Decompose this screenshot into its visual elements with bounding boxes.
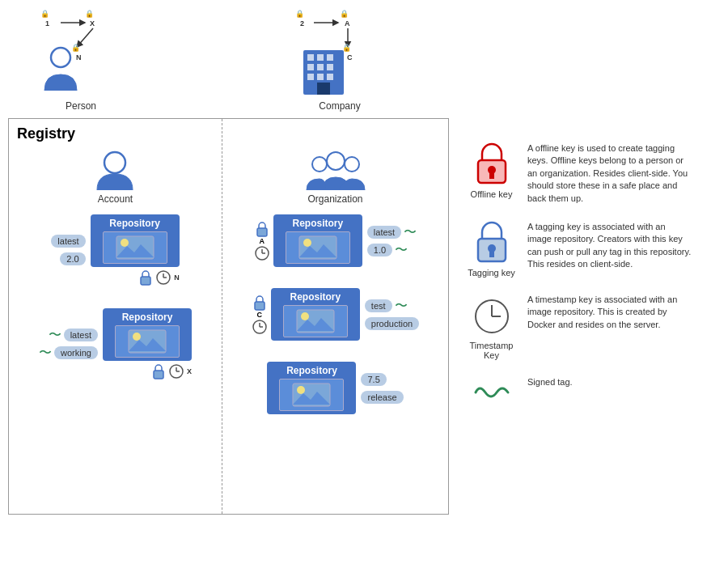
org-tag-production: production [365,317,419,330]
repo-card-container-2: Repository [103,308,192,379]
svg-point-59 [301,312,309,320]
tag-2-0: 2.0 [60,252,85,265]
svg-rect-27 [317,83,330,95]
svg-point-31 [121,239,129,247]
company-group: 🔒 2 🔒 A 🔒 C [275,8,404,112]
offline-key-icon-group: Offline key [465,142,518,199]
main-content: Registry Account latest 2.0 [0,118,728,515]
timestamp-key-icon-group: Timestamp Key [465,294,518,360]
repo-card-2: Repository [103,308,192,361]
signed-tag-text: Signed tag. [527,376,692,388]
tag-working: working [54,346,98,359]
svg-rect-68 [489,251,494,257]
company-figure [295,42,352,97]
tags-right-2: test 〜 production [365,299,419,330]
account-section: Account [93,150,138,205]
repo-card-1: Repository [91,214,180,267]
tagging-key-svg [472,221,512,265]
svg-text:A: A [345,19,350,28]
svg-rect-22 [317,64,324,70]
org-section: Organization [303,150,368,205]
tags-right-1: latest 〜 1.0 〜 [367,226,417,256]
company-label: Company [319,100,360,112]
registry-left: Account latest 2.0 Repository [9,119,222,514]
wavy-org-2: 〜 [395,244,408,256]
person-group: 🔒 1 🔒 X 🔒 N [16,8,146,112]
repo-row-2: 〜 latest 〜 working Repository [27,308,205,379]
svg-rect-21 [307,64,314,70]
org-repo-card-1: Repository [273,214,362,267]
svg-text:X: X [90,19,95,28]
tagging-key-icon-group: Tagging key [465,221,518,278]
signed-latest-org-1: latest 〜 [367,226,417,239]
svg-rect-18 [307,54,314,61]
offline-key-label: Offline key [471,189,513,199]
legend-offline-key: Offline key A offline key is used to cre… [465,142,692,205]
wavy-icon-1: 〜 [49,329,61,341]
tags-right-3: 7.5 release [361,373,403,404]
org-repo-image-1 [286,231,350,264]
org-tag-release: release [361,391,403,404]
svg-point-52 [303,239,311,247]
svg-rect-46 [257,228,267,236]
tag-latest-2: latest [64,329,98,341]
svg-rect-65 [489,172,494,179]
signed-tag-working: 〜 working [39,346,98,359]
svg-rect-24 [307,74,314,80]
repo-keys-1: N [91,269,180,286]
svg-text:🔒: 🔒 [40,9,50,19]
org-key-letter-C: C [257,311,263,319]
registry-box: Registry Account latest 2.0 [8,118,449,515]
svg-rect-32 [141,277,150,285]
svg-point-38 [133,333,141,341]
org-tag-1-0: 1.0 [367,244,392,256]
org-repo-title-1: Repository [293,218,344,229]
timestamp-key-icon-2 [168,363,184,379]
org-tagging-key-C [252,295,267,311]
org-repo-card-3: Repository [267,362,356,414]
svg-text:2: 2 [300,19,304,28]
repo-image-1 [103,231,167,264]
person-figure [32,46,89,97]
svg-point-28 [104,152,125,173]
org-repo-title-3: Repository [286,365,337,376]
svg-point-45 [345,157,359,172]
org-icon [303,150,368,190]
offline-key-text: A offline key is used to create tagging … [527,142,692,205]
wavy-org-1: 〜 [404,226,417,239]
tagging-key-icon-1 [138,269,153,286]
signed-1-0-org: 1.0 〜 [367,244,408,256]
key-letter-N-1: N [174,273,180,282]
svg-rect-53 [255,302,265,310]
repo-title-1: Repository [109,218,160,229]
repo-image-2 [115,325,180,358]
tags-left-2: 〜 latest 〜 working [39,329,98,359]
svg-rect-20 [327,54,333,61]
legend-signed-tag: Signed tag. [465,376,692,409]
repo-card-container-1: Repository [91,214,180,286]
signed-tag-svg [472,376,512,409]
org-tag-test: test [365,299,392,312]
repo-row-1: latest 2.0 Repository [27,214,205,286]
tag-latest-1: latest [51,235,85,248]
tags-left-1: latest 2.0 [51,235,85,265]
wavy-icon-2: 〜 [39,346,52,359]
svg-text:🔒: 🔒 [295,9,305,19]
key-letter-X: X [187,367,192,375]
org-repo-card-2: Repository [271,288,360,341]
tagging-key-label: Tagging key [468,268,515,278]
svg-point-62 [297,386,305,394]
org-repo-row-2: C Repository [239,288,433,341]
svg-point-43 [327,152,345,170]
repo-keys-2: X [103,363,192,379]
tagging-key-icon-2 [151,363,166,379]
account-icon [93,150,138,190]
svg-rect-19 [317,54,324,61]
wavy-org-3: 〜 [395,299,408,312]
legend-timestamp-key: Timestamp Key A timestamp key is associa… [465,294,692,360]
signed-tag-latest-2: 〜 latest [49,329,98,341]
svg-rect-25 [317,74,324,80]
svg-text:🔒: 🔒 [340,9,349,19]
org-timestamp-key-2 [252,319,268,335]
account-label: Account [98,193,133,205]
